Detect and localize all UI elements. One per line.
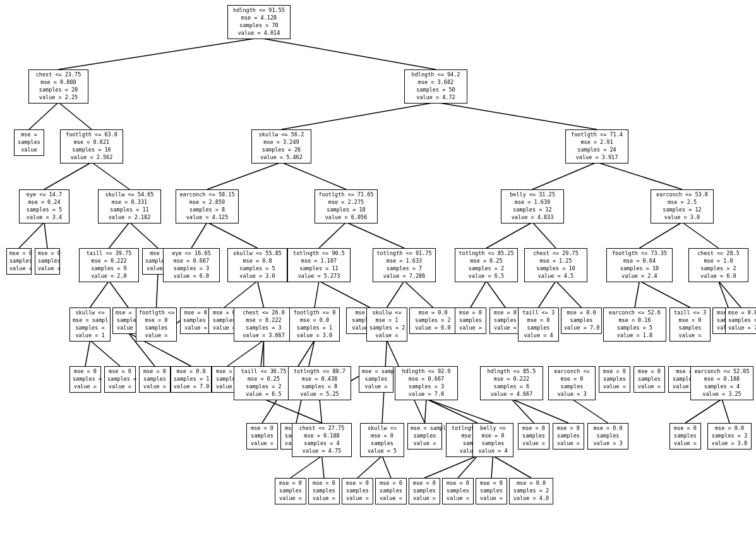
svg-line-14 [109,222,130,248]
tree-node-n37: mse = 0.0samples = 1value = 7.0 [725,307,756,334]
tree-node-n33: taill <= 3mse = 0samplesvalue = 4 [518,307,559,342]
svg-line-51 [264,399,322,423]
tree-node-root: hdlngth <= 91.55mse = 4.128samples = 70v… [227,5,291,39]
svg-line-66 [357,456,382,478]
svg-line-46 [227,340,264,366]
tree-node-n16: eye <= 16.65mse = 0.667samples = 3value … [163,248,220,282]
tree-node-n35: taill <= 3mse = 0samplesvalue = [669,307,711,342]
svg-line-37 [556,281,582,307]
tree-node-n62: mse = 0samplesvalue = [375,478,407,504]
svg-line-61 [320,399,322,423]
svg-line-43 [90,340,121,366]
svg-line-56 [512,399,534,423]
svg-line-36 [539,281,556,307]
svg-line-30 [315,281,319,307]
tree-node-n31: skullw <=mse = 1samples = 2value = [366,307,407,342]
tree-node-n40: taill <= 36.75mse = 0.25samples = 2value… [234,366,294,400]
tree-node-n38c: mse = 0samplesvalue = [139,366,171,393]
tree-node-n44: hdlngth <= 85.5mse = 0.222samples = 6val… [480,366,543,400]
tree-node-n26: mse = 0samples =value = [180,307,212,334]
tree-node-n13_leaf1: mse = 0samplesvalue = [6,248,32,275]
tree-node-n20: totlngth <= 85.25mse = 0.25samples = 2va… [455,248,518,282]
tree-node-n13_leaf2: mse = 0samplesvalue = [35,248,60,275]
tree-node-n55b: mse = 0samplesvalue = [553,423,584,450]
tree-node-n11: belly <= 31.25mse = 1.639samples = 12val… [501,189,564,223]
svg-line-69 [458,456,477,478]
svg-line-17 [207,222,258,248]
svg-line-4 [282,102,436,129]
tree-node-n1: chest <= 23.75mse = 0.888samples = 20val… [28,69,88,104]
svg-line-0 [59,38,260,69]
tree-node-n9: earconch <= 50.15mse = 2.859samples = 8v… [176,189,239,223]
tree-node-n38d: mse = 0.0samples = 1value = 7.0 [171,366,212,393]
svg-line-8 [207,162,282,189]
tree-node-n12: earconch <= 53.8mse = 2.5samples = 12val… [651,189,714,223]
svg-line-38 [635,281,640,307]
svg-line-21 [532,222,556,248]
svg-line-58 [572,399,608,423]
svg-line-35 [486,281,505,307]
tree-node-n54: belly <=mse = 0samplesvalue = 4 [472,423,513,457]
svg-line-31 [319,281,370,307]
svg-line-15 [129,222,158,248]
tree-node-n24: skullw <=mse = samplsamples =value = 1 [69,307,111,342]
svg-line-54 [426,399,477,423]
tree-node-n41: totlngth <= 88.7mse = 0.438samples = 8va… [288,366,351,400]
decision-tree: hdlngth <= 91.55mse = 4.128samples = 70v… [0,0,756,548]
svg-line-26 [157,273,159,307]
tree-node-n8: skullw <= 54.65mse = 0.331samples = 11va… [98,189,161,223]
tree-node-n34: earconch <= 52.6mse = 0.16samples = 5val… [603,307,666,342]
svg-line-18 [319,222,346,248]
svg-line-67 [382,456,391,478]
tree-node-n64: mse = 0samplesvalue = [442,478,474,504]
svg-line-32 [387,281,405,307]
svg-line-59 [685,399,722,423]
svg-line-65 [322,456,325,478]
tree-node-n23: chest <= 28.5mse = 1.0samples = 2value =… [688,248,748,282]
svg-line-33 [404,281,433,307]
tree-node-n38b: mse = 0samples = 1value = [104,366,136,393]
tree-node-n38: mse = 0samples = 1value = [69,366,101,393]
tree-node-n7: eye <= 14.7mse = 0.24samples = 5value = … [19,189,69,223]
tree-node-n65: mse = 0samplesvalue = [476,478,507,504]
tree-node-n61: mse = 0samplesvalue = [342,478,373,504]
svg-line-12 [19,222,44,248]
tree-node-n31b: mse = 0.0samples = 2value = 6.0 [409,307,457,334]
tree-node-n43: hdlngth <= 92.9mse = 0.667samples = 3val… [395,366,458,400]
svg-line-70 [491,456,493,478]
tree-node-n19: totlngth <= 91.75mse = 1.633samples = 7v… [373,248,436,282]
svg-line-10 [532,162,597,189]
tree-node-n32: mse = 0samplesvalue = [455,307,486,334]
tree-node-n52: mse = samplsamplesvalue = [407,423,442,450]
tree-node-n63: mse = 0samplesvalue = [409,478,440,504]
tree-node-n60: mse = 0samplesvalue = [308,478,340,504]
svg-line-22 [640,222,683,248]
tree-node-n25: footlgth <=mse = 0samplesvalue = [136,307,177,342]
svg-line-63 [425,399,427,423]
tree-node-n32b: mse = 0samplesvalue = [489,307,521,334]
tree-node-n5: skullw <= 56.2mse = 3.249samples = 26val… [251,129,311,164]
svg-line-19 [346,222,404,248]
svg-line-71 [493,456,532,478]
tree-node-n49: mse = 0samplesvalue = [246,423,278,450]
svg-line-57 [512,399,568,423]
tree-node-n29: footlgth <= 0mse = 0.0samples = 1value =… [289,307,340,342]
tree-node-n10: footlgth <= 71.65mse = 2.275samples = 18… [315,189,378,223]
tree-node-n22: footlgth <= 73.35mse = 0.64samples = 10v… [606,248,673,282]
tree-node-n3: footlgth <= 63.0mse = 0.621samples = 16v… [60,129,123,164]
svg-line-28 [224,281,258,307]
svg-line-34 [471,281,486,307]
svg-line-29 [258,281,264,307]
svg-line-23 [682,222,719,248]
svg-line-41 [719,281,741,307]
svg-line-39 [640,281,690,307]
svg-line-9 [282,162,347,189]
svg-line-1 [259,38,436,69]
tree-node-n48: earconch <= 52.05mse = 0.188samples = 4v… [690,366,753,400]
tree-node-n17: skullw <= 55.85mse = 0.8samples = 5value… [227,248,287,282]
tree-node-n6: footlgth <= 71.4mse = 2.91samples = 24va… [565,129,628,164]
tree-node-n2: hdlngth <= 94.2mse = 3.682samples = 50va… [404,69,467,104]
svg-line-5 [436,102,597,129]
tree-node-n33b: mse = 0.0samplesvalue = 7.0 [561,307,602,334]
svg-line-3 [59,102,92,129]
